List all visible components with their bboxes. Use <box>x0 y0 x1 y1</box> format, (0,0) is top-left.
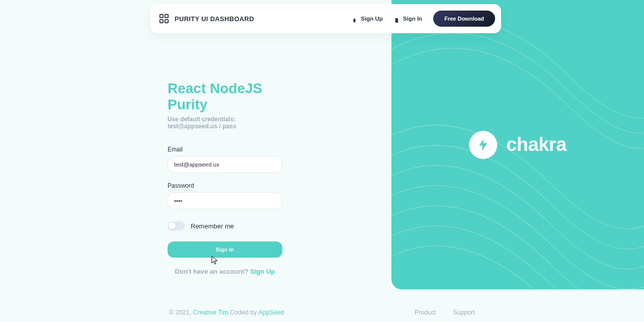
creative-tim-link[interactable]: Creative Tim <box>193 309 228 316</box>
sign-in-button[interactable]: Sign In <box>168 242 282 258</box>
svg-rect-3 <box>165 20 168 23</box>
copyright-prefix: © 2021, <box>169 309 193 316</box>
nav-sign-in[interactable]: Sign In <box>394 16 422 22</box>
chakra-logo-icon <box>469 131 497 159</box>
page-title: React NodeJS Purity <box>168 80 282 113</box>
remember-me-label: Remember me <box>191 222 234 230</box>
password-label: Password <box>168 182 282 189</box>
sign-up-prompt: Don't have an account? Sign Up <box>168 268 282 275</box>
footer-product-link[interactable]: Product <box>415 309 436 316</box>
appseed-link[interactable]: AppSeed <box>258 309 284 316</box>
hero-panel: chakra <box>391 0 644 289</box>
footer-support-link[interactable]: Support <box>453 309 475 316</box>
nav-sign-up-label: Sign Up <box>361 16 382 22</box>
no-account-text: Don't have an account? <box>175 268 251 275</box>
svg-rect-2 <box>160 20 163 23</box>
password-field[interactable] <box>168 192 282 209</box>
brand-icon <box>158 13 170 24</box>
sign-in-form: React NodeJS Purity Use default credenti… <box>168 80 282 275</box>
sign-up-link[interactable]: Sign Up <box>250 268 275 275</box>
topbar: PURITY UI DASHBOARD Sign Up Sign In Free… <box>150 4 501 33</box>
free-download-button[interactable]: Free Download <box>433 11 495 27</box>
email-field[interactable] <box>168 156 282 173</box>
nav-sign-in-label: Sign In <box>403 16 422 22</box>
footer-links: Product Support <box>399 309 475 316</box>
chakra-logo: chakra <box>469 131 567 159</box>
rocket-icon <box>352 16 357 22</box>
svg-rect-1 <box>165 15 168 18</box>
page-subtitle: Use default credentials: test@appseed.us… <box>168 116 282 130</box>
email-label: Email <box>168 146 282 153</box>
coded-by-text: Coded by <box>228 309 259 316</box>
footer: © 2021, Creative Tim Coded by AppSeed Pr… <box>169 309 475 316</box>
document-icon <box>394 16 399 22</box>
nav-sign-up[interactable]: Sign Up <box>352 16 382 22</box>
svg-rect-0 <box>160 15 163 18</box>
toggle-knob <box>169 222 176 229</box>
brand-label: PURITY UI DASHBOARD <box>175 15 254 23</box>
remember-me-toggle[interactable] <box>168 221 185 230</box>
sign-in-button-label: Sign In <box>215 247 234 253</box>
footer-copyright: © 2021, Creative Tim Coded by AppSeed <box>169 309 284 316</box>
chakra-logo-text: chakra <box>506 134 567 155</box>
free-download-label: Free Download <box>444 16 484 22</box>
